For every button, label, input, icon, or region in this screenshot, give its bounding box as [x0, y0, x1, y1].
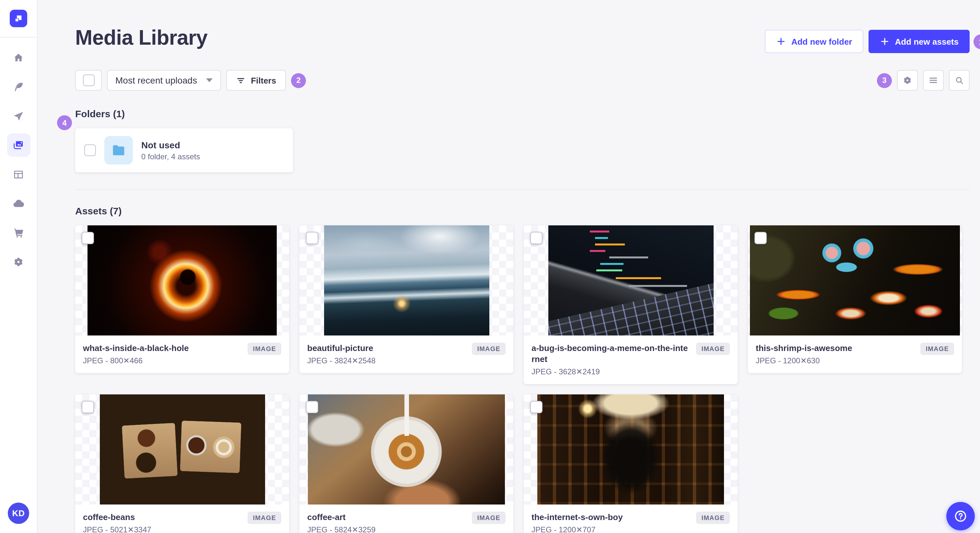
- asset-thumbnail-coffee-art: [308, 394, 505, 504]
- folder-card[interactable]: Not used 0 folder, 4 assets: [75, 128, 293, 172]
- cart-icon: [12, 226, 25, 239]
- asset-text: this-shrimp-is-awesome JPEG - 1200✕630: [756, 343, 852, 365]
- section-divider: [75, 189, 970, 190]
- add-new-folder-button[interactable]: Add new folder: [765, 30, 863, 53]
- asset-type-badge: IMAGE: [472, 343, 506, 355]
- sidebar-item-paper-plane[interactable]: [7, 104, 30, 128]
- asset-thumbnail-laptop-code: [548, 225, 713, 335]
- toolbar: Most recent uploads Filters 2 3: [75, 70, 970, 90]
- assets-section: Assets (7) what-s-inside-a-black-hole JP…: [75, 205, 970, 533]
- cloud-icon: [12, 197, 25, 209]
- asset-title: what-s-inside-a-black-hole: [83, 343, 189, 354]
- asset-type-badge: IMAGE: [920, 343, 954, 355]
- asset-checkbox[interactable]: [82, 401, 94, 413]
- list-view-button[interactable]: [923, 70, 944, 90]
- asset-card[interactable]: beautiful-picture JPEG - 3824✕2548 IMAGE: [299, 225, 513, 373]
- asset-title: coffee-beans: [83, 512, 151, 523]
- asset-type-badge: IMAGE: [696, 512, 730, 524]
- page-title: Media Library: [75, 26, 207, 50]
- asset-checkbox[interactable]: [82, 232, 94, 244]
- filters-label: Filters: [251, 75, 276, 85]
- asset-title: a-bug-is-becoming-a-meme-on-the-internet: [531, 343, 691, 365]
- layout-icon: [12, 168, 25, 180]
- annotation-badge-4: 4: [57, 115, 72, 130]
- asset-card[interactable]: a-bug-is-becoming-a-meme-on-the-internet…: [524, 225, 738, 384]
- asset-checkbox[interactable]: [530, 401, 542, 413]
- help-icon: [953, 509, 968, 523]
- folder-text: Not used 0 folder, 4 assets: [141, 140, 200, 161]
- asset-checkbox[interactable]: [754, 232, 767, 244]
- filters-button[interactable]: Filters: [226, 70, 286, 90]
- add-new-assets-button[interactable]: Add new assets: [868, 30, 970, 53]
- asset-checkbox[interactable]: [306, 401, 318, 413]
- asset-info: coffee-beans JPEG - 5021✕3347 IMAGE: [75, 504, 289, 533]
- folder-checkbox[interactable]: [84, 144, 96, 156]
- asset-card[interactable]: coffee-beans JPEG - 5021✕3347 IMAGE: [75, 394, 289, 533]
- sidebar-item-cart[interactable]: [7, 221, 30, 244]
- asset-thumbnail-library-boy: [537, 394, 724, 504]
- annotation-badge-1: 1: [974, 34, 980, 49]
- select-all-checkbox[interactable]: [83, 75, 94, 86]
- asset-card[interactable]: coffee-art JPEG - 5824✕3259 IMAGE: [299, 394, 513, 533]
- list-icon: [928, 75, 939, 86]
- sidebar-item-home[interactable]: [7, 46, 30, 69]
- asset-meta: JPEG - 3628✕2419: [531, 367, 691, 376]
- asset-title: coffee-art: [307, 512, 375, 523]
- folder-icon: [111, 143, 126, 157]
- sidebar-item-layout[interactable]: [7, 163, 30, 186]
- asset-type-badge: IMAGE: [696, 343, 730, 355]
- assets-heading: Assets (7): [75, 205, 970, 216]
- asset-meta: JPEG - 800✕466: [83, 356, 189, 365]
- asset-card[interactable]: this-shrimp-is-awesome JPEG - 1200✕630 I…: [748, 225, 962, 373]
- asset-card[interactable]: what-s-inside-a-black-hole JPEG - 800✕46…: [75, 225, 289, 373]
- media-library-icon: [12, 139, 25, 151]
- asset-type-badge: IMAGE: [248, 343, 281, 355]
- sidebar-item-media-library[interactable]: [7, 133, 30, 157]
- toolbar-left: Most recent uploads Filters 2: [75, 70, 306, 90]
- toolbar-right: 3: [877, 70, 970, 90]
- select-all-checkbox-wrap[interactable]: [75, 70, 102, 90]
- feather-icon: [12, 81, 25, 93]
- asset-text: the-internet-s-own-boy JPEG - 1200✕707: [531, 512, 623, 533]
- asset-info: coffee-art JPEG - 5824✕3259 IMAGE: [299, 504, 513, 533]
- add-new-folder-label: Add new folder: [791, 36, 852, 46]
- asset-type-badge: IMAGE: [248, 512, 281, 524]
- search-button[interactable]: [949, 70, 970, 90]
- asset-text: what-s-inside-a-black-hole JPEG - 800✕46…: [83, 343, 189, 365]
- asset-text: beautiful-picture JPEG - 3824✕2548: [307, 343, 375, 365]
- annotation-badge-3: 3: [877, 73, 892, 88]
- plus-icon: [776, 36, 786, 47]
- asset-thumbnail-coffee-beans: [100, 394, 265, 504]
- asset-card[interactable]: the-internet-s-own-boy JPEG - 1200✕707 I…: [524, 394, 738, 533]
- asset-meta: JPEG - 5824✕3259: [307, 525, 375, 533]
- help-button[interactable]: [946, 502, 975, 530]
- asset-thumbnail-black-hole: [88, 225, 277, 335]
- asset-text: coffee-beans JPEG - 5021✕3347: [83, 512, 151, 533]
- assets-grid: what-s-inside-a-black-hole JPEG - 800✕46…: [75, 225, 970, 533]
- search-icon: [954, 75, 964, 86]
- sidebar-item-cloud[interactable]: [7, 192, 30, 215]
- folder-subtitle: 0 folder, 4 assets: [141, 152, 200, 161]
- logo-wrap: [0, 0, 37, 38]
- chevron-down-icon: [206, 78, 213, 82]
- asset-thumb-area: [299, 225, 513, 335]
- asset-checkbox[interactable]: [306, 232, 318, 244]
- add-assets-wrap: Add new assets 1: [868, 30, 970, 53]
- asset-type-badge: IMAGE: [472, 512, 506, 524]
- asset-thumb-area: [524, 394, 738, 504]
- asset-meta: JPEG - 3824✕2548: [307, 356, 375, 365]
- asset-info: what-s-inside-a-black-hole JPEG - 800✕46…: [75, 335, 289, 373]
- main-content: Media Library Add new folder Add new ass…: [38, 0, 980, 533]
- view-settings-button[interactable]: [897, 70, 918, 90]
- sort-dropdown-value: Most recent uploads: [115, 75, 197, 86]
- asset-thumbnail-mountains: [324, 225, 489, 335]
- gear-icon: [12, 255, 25, 268]
- sidebar-item-settings[interactable]: [7, 250, 30, 273]
- avatar[interactable]: KD: [8, 503, 29, 524]
- asset-checkbox[interactable]: [530, 232, 542, 244]
- sort-dropdown[interactable]: Most recent uploads: [107, 70, 221, 90]
- sidebar-item-feather[interactable]: [7, 75, 30, 98]
- asset-thumb-area: [524, 225, 738, 335]
- strapi-logo[interactable]: [10, 10, 27, 27]
- asset-title: the-internet-s-own-boy: [531, 512, 623, 523]
